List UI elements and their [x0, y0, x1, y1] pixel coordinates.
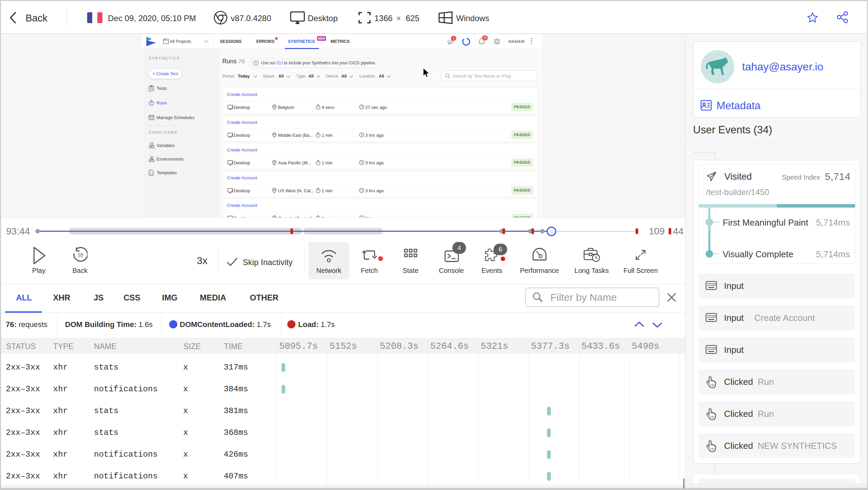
- svg-text:10: 10: [78, 252, 83, 258]
